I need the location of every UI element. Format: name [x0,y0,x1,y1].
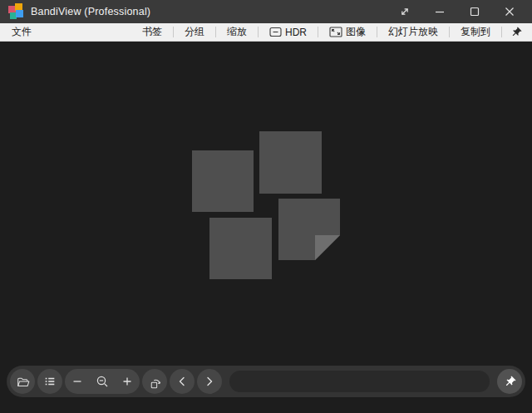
list-view-button[interactable] [37,369,62,394]
menu-file-label: 文件 [12,25,32,39]
app-window: BandiView (Professional) [0,0,532,413]
menu-hdr[interactable]: HDR [259,23,318,42]
minimize-icon [435,7,445,17]
plus-icon [121,376,133,387]
menu-zoom-label: 缩放 [227,25,247,39]
fullscreen-button[interactable] [387,0,422,23]
close-button[interactable] [492,0,527,23]
menu-group-label: 分组 [185,25,204,39]
menu-image[interactable]: 图像 [318,23,377,42]
chevron-right-icon [204,376,215,387]
image-canvas[interactable] [0,42,532,413]
menu-file[interactable]: 文件 [0,23,43,42]
rotate-button[interactable] [142,369,167,394]
maximize-icon [470,7,480,17]
menu-bookmarks-label: 书签 [142,25,162,39]
logo-square-right-folded [278,199,340,260]
maximize-button[interactable] [457,0,492,23]
menu-copy-to-label: 复制到 [461,25,490,39]
chevron-left-icon [176,376,188,387]
fullscreen-icon [399,6,411,17]
image-resize-icon [329,27,342,37]
menu-hdr-label: HDR [285,27,307,38]
open-folder-button[interactable] [10,369,35,394]
zoom-lens-button[interactable] [90,369,115,394]
menubar: 文件 书签 分组 缩放 HDR 图像 [0,23,532,42]
menu-slideshow-label: 幻灯片放映 [388,25,438,39]
toolbar-pin-button[interactable] [497,369,522,394]
window-controls [387,0,532,23]
titlebar: BandiView (Professional) [0,0,532,23]
minus-icon [71,376,83,387]
menu-image-label: 图像 [346,25,366,39]
menu-group[interactable]: 分组 [174,23,215,42]
hdr-box-minus-icon [269,27,282,37]
close-icon [505,7,515,17]
menu-bookmarks[interactable]: 书签 [131,23,173,42]
bandiview-watermark-logo [192,131,340,280]
list-icon [43,375,57,388]
window-title: BandiView (Professional) [31,6,150,17]
zoom-in-button[interactable] [115,369,140,394]
rotate-right-icon [148,375,162,389]
logo-fold-corner [315,235,340,260]
menu-slideshow[interactable]: 幻灯片放映 [377,23,449,42]
pushpin-icon [510,27,522,38]
menu-zoom[interactable]: 缩放 [216,23,258,42]
app-logo-icon [6,2,24,21]
menu-copy-to[interactable]: 复制到 [450,23,501,42]
menubar-pin-button[interactable] [502,23,532,42]
filename-input[interactable] [229,371,490,392]
pushpin-icon [504,376,516,388]
logo-square-left [192,150,254,212]
zoom-out-button[interactable] [65,369,90,394]
next-image-button[interactable] [197,369,222,394]
minimize-button[interactable] [422,0,457,23]
previous-image-button[interactable] [170,369,195,394]
zoom-control-group [65,369,140,394]
folder-icon [16,375,30,389]
bottom-toolbar [7,366,525,397]
logo-square-bottom [209,218,272,279]
logo-square-top [259,131,322,194]
magnifier-minus-icon [96,375,109,388]
